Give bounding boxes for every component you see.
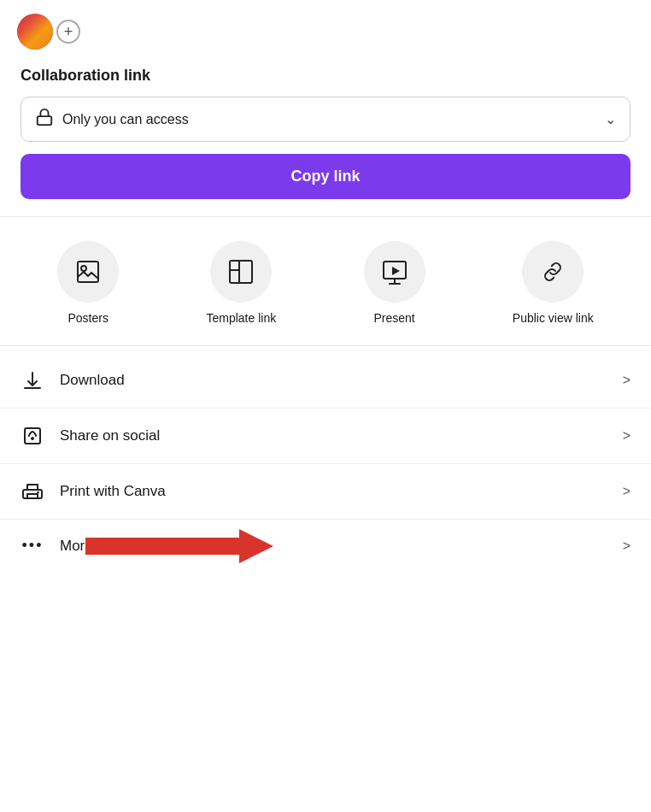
svg-rect-0 [38, 116, 52, 125]
download-item[interactable]: Download > [0, 353, 651, 409]
chevron-down-icon: ⌄ [605, 111, 616, 127]
collaboration-title: Collaboration link [21, 67, 630, 85]
share-option-public-view-link[interactable]: Public view link [513, 241, 594, 325]
svg-rect-1 [78, 262, 98, 282]
download-chevron-icon: > [623, 373, 630, 388]
more-icon: ••• [21, 537, 44, 555]
share-options-grid: Posters Template link Present [0, 217, 651, 345]
avatar-image [17, 14, 53, 50]
print-with-canva-item[interactable]: Print with Canva > [0, 464, 651, 520]
present-label: Present [373, 311, 414, 325]
svg-rect-3 [230, 261, 252, 283]
posters-label: Posters [67, 311, 108, 325]
share-on-social-chevron-icon: > [623, 428, 630, 444]
share-on-social-item[interactable]: Share on social > [0, 409, 651, 464]
svg-rect-14 [27, 494, 38, 498]
template-link-label: Template link [206, 311, 276, 325]
access-dropdown[interactable]: Only you can access ⌄ [21, 97, 630, 142]
share-on-social-icon [21, 426, 44, 446]
red-arrow-annotation [85, 526, 273, 567]
download-icon [21, 370, 44, 391]
print-with-canva-label: Print with Canva [60, 483, 607, 500]
more-item[interactable]: ••• More > [0, 520, 651, 572]
share-option-posters[interactable]: Posters [57, 241, 119, 325]
download-label: Download [60, 372, 607, 389]
share-option-present[interactable]: Present [364, 241, 425, 325]
collaboration-section: Collaboration link Only you can access ⌄… [0, 58, 651, 216]
svg-rect-11 [25, 428, 40, 444]
copy-link-button[interactable]: Copy link [21, 154, 630, 199]
present-icon-circle [364, 241, 425, 303]
action-list: Download > Share on social > Print with … [0, 346, 651, 579]
add-collaborator-button[interactable]: + [56, 20, 80, 44]
print-with-canva-chevron-icon: > [623, 484, 630, 499]
share-on-social-label: Share on social [60, 427, 607, 444]
template-link-icon-circle [210, 241, 272, 303]
public-view-link-icon-circle [522, 241, 584, 303]
avatar-container: + [17, 14, 80, 50]
avatar [17, 14, 53, 50]
share-option-template-link[interactable]: Template link [206, 241, 276, 325]
print-with-canva-icon [21, 481, 44, 502]
svg-marker-16 [85, 529, 273, 563]
svg-point-12 [32, 438, 33, 439]
svg-point-2 [81, 266, 86, 271]
access-dropdown-label: Only you can access [62, 112, 596, 127]
lock-icon [35, 108, 54, 131]
more-chevron-icon: > [623, 538, 630, 554]
posters-icon-circle [57, 241, 119, 303]
svg-marker-9 [392, 267, 400, 275]
public-view-link-label: Public view link [513, 311, 594, 325]
top-bar: + [0, 0, 651, 58]
